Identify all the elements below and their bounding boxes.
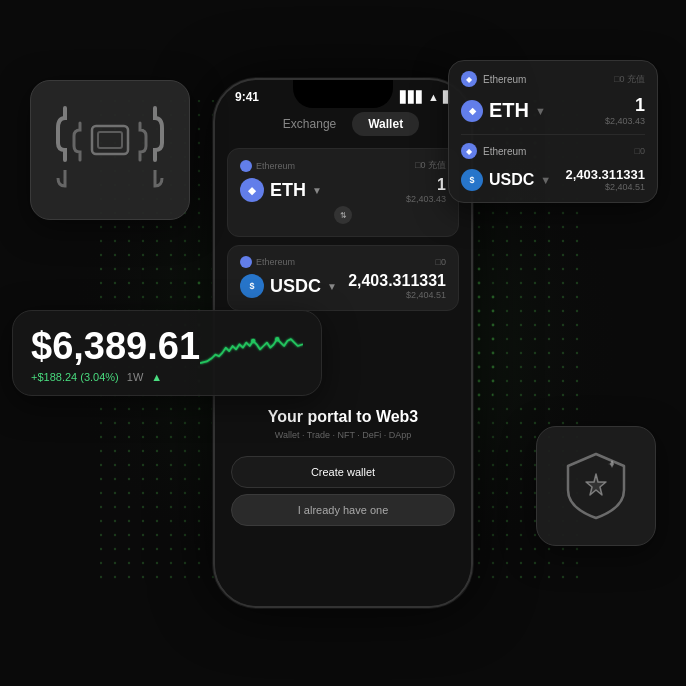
- status-time: 9:41: [235, 90, 259, 104]
- mini-chart: [200, 327, 303, 377]
- portfolio-top: $6,389.61 +$188.24 (3.04%) 1W ▲: [31, 327, 303, 383]
- usdc-usd: $2,404.51: [348, 290, 446, 300]
- usdc-icon: $: [240, 274, 264, 298]
- eth-icon: ◆: [240, 178, 264, 202]
- card-usdc-symbol: USDC: [489, 171, 534, 189]
- wifi-icon: ▲: [428, 91, 439, 103]
- tab-wallet[interactable]: Wallet: [352, 112, 419, 136]
- card-eth-value: 1: [605, 95, 645, 116]
- bracket-icon-card: [30, 80, 190, 220]
- usdc-dot: [240, 256, 252, 268]
- eth-name: ◆ ETH ▼: [240, 178, 322, 202]
- usdc-token-card[interactable]: Ethereum □0 $ USDC ▼ 2,403.311331 $2,404…: [227, 245, 459, 311]
- card-usdc-badge: □0: [635, 146, 645, 156]
- status-icons: ▋▋▋ ▲ ▊: [400, 91, 451, 104]
- card-eth-info: ◆ Ethereum: [461, 71, 526, 87]
- signal-icon: ▋▋▋: [400, 91, 424, 104]
- scene: 9:41 ▋▋▋ ▲ ▊ Exchange Wallet: [0, 0, 686, 686]
- card-eth-icon: ◆: [461, 71, 477, 87]
- shield-icon-card: [536, 426, 656, 546]
- eth-dot: [240, 160, 252, 172]
- card-eth-values: 1 $2,403.43: [605, 95, 645, 126]
- card-eth-row: ◆ Ethereum □0 充值: [461, 71, 645, 87]
- portfolio-change-row: +$188.24 (3.04%) 1W ▲: [31, 371, 200, 383]
- portfolio-change-value: +$188.24 (3.04%): [31, 371, 119, 383]
- svg-rect-7: [98, 132, 122, 148]
- usdc-chevron: ▼: [327, 281, 337, 292]
- usdc-network: Ethereum: [240, 256, 295, 268]
- tab-bar: Exchange Wallet: [215, 108, 471, 140]
- usdc-network-label: Ethereum: [256, 257, 295, 267]
- portfolio-card: $6,389.61 +$188.24 (3.04%) 1W ▲: [12, 310, 322, 396]
- svg-point-11: [275, 337, 279, 341]
- eth-value: 1: [406, 176, 446, 194]
- card-usdc-network-label: Ethereum: [483, 146, 526, 157]
- phone-hero: Your portal to Web3 Wallet · Trade · NFT…: [215, 392, 471, 606]
- eth-usd: $2,403.43: [406, 194, 446, 204]
- svg-point-10: [251, 339, 255, 343]
- card-eth-icon2: ◆: [461, 100, 483, 122]
- card-divider: [461, 134, 645, 135]
- eth-chevron: ▼: [312, 185, 322, 196]
- card-usdc-network: ◆ Ethereum: [461, 143, 526, 159]
- card-eth-network: Ethereum: [483, 74, 526, 85]
- card-usdc-value: 2,403.311331: [565, 167, 645, 182]
- usdc-value: 2,403.311331: [348, 272, 446, 290]
- eth-symbol: ETH: [270, 180, 306, 201]
- card-usdc-values: 2,403.311331 $2,404.51: [565, 167, 645, 192]
- wallet-content: Ethereum □0 充值 ◆ ETH ▼ 1 $2,403.43: [215, 140, 471, 319]
- shield-svg: [556, 446, 636, 526]
- eth-network-label: Ethereum: [256, 161, 295, 171]
- usdc-name: $ USDC ▼: [240, 274, 337, 298]
- usdc-row: $ USDC ▼ 2,403.311331 $2,404.51: [240, 272, 446, 300]
- card-eth-usd: $2,403.43: [605, 116, 645, 126]
- card-usdc-icon: $: [461, 169, 483, 191]
- portfolio-left: $6,389.61 +$188.24 (3.04%) 1W ▲: [31, 327, 200, 383]
- card-eth-amount-row: ◆ ETH ▼ 1 $2,403.43: [461, 95, 645, 126]
- card-usdc-network-row: ◆ Ethereum □0: [461, 143, 645, 159]
- card-eth-arrow: ▼: [535, 105, 546, 117]
- eth-amount: 1 $2,403.43: [406, 176, 446, 204]
- eth-header: Ethereum □0 充值: [240, 159, 446, 172]
- bracket-svg: [50, 98, 170, 198]
- usdc-amount: 2,403.311331 $2,404.51: [348, 272, 446, 300]
- card-usdc-arrow: ▼: [540, 174, 551, 186]
- card-eth-badge: □0 充值: [614, 73, 645, 86]
- notch: [293, 80, 393, 108]
- tab-exchange[interactable]: Exchange: [267, 112, 352, 136]
- usdc-header: Ethereum □0: [240, 256, 446, 268]
- usdc-badge: □0: [436, 257, 446, 267]
- card-usdc-amount-row: $ USDC ▼ 2,403.311331 $2,404.51: [461, 167, 645, 192]
- token-balance-card: ◆ Ethereum □0 充值 ◆ ETH ▼ 1 $2,403.43 ◆ E…: [448, 60, 658, 203]
- bracket-icon-container: [50, 98, 170, 202]
- portfolio-trend-arrow: ▲: [151, 371, 162, 383]
- eth-row: ◆ ETH ▼ 1 $2,403.43: [240, 176, 446, 204]
- eth-network: Ethereum: [240, 160, 295, 172]
- card-usdc-usd: $2,404.51: [565, 182, 645, 192]
- card-usdc-symbol-row: $ USDC ▼: [461, 169, 551, 191]
- portfolio-period: 1W: [127, 371, 144, 383]
- create-wallet-button[interactable]: Create wallet: [231, 456, 455, 488]
- eth-badge: □0 充值: [415, 159, 446, 172]
- card-eth-symbol: ETH: [489, 99, 529, 122]
- card-eth-symbol-row: ◆ ETH ▼: [461, 99, 546, 122]
- hero-title: Your portal to Web3: [231, 408, 455, 426]
- already-have-button[interactable]: I already have one: [231, 494, 455, 526]
- swap-button[interactable]: ⇅: [334, 206, 352, 224]
- eth-token-card[interactable]: Ethereum □0 充值 ◆ ETH ▼ 1 $2,403.43: [227, 148, 459, 237]
- portfolio-value: $6,389.61: [31, 327, 200, 365]
- usdc-symbol: USDC: [270, 276, 321, 297]
- card-usdc-eth-icon: ◆: [461, 143, 477, 159]
- hero-subtitle: Wallet · Trade · NFT · DeFi · DApp: [231, 430, 455, 440]
